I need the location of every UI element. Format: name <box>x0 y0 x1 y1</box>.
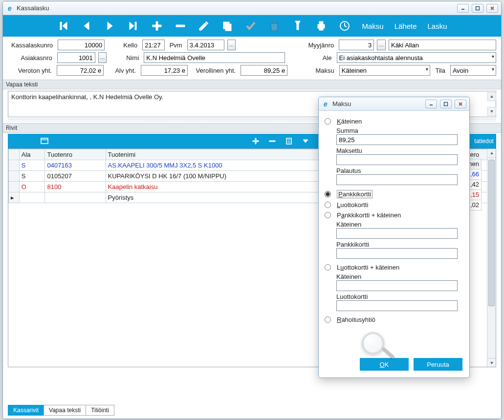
lk-kateinen-input[interactable] <box>336 280 458 291</box>
rows-window-icon[interactable] <box>41 137 48 145</box>
app-icon: e <box>6 4 14 12</box>
titlebar: e Kassalasku <box>3 1 501 15</box>
radio-rahoitusyhtio[interactable] <box>325 316 331 323</box>
maksettu-input[interactable] <box>336 154 458 165</box>
ok-button[interactable]: OK <box>360 358 409 371</box>
asiakasnro-label: Asiakasnro <box>8 54 54 62</box>
main-toolbar: Maksu Lähete Lasku <box>3 15 501 37</box>
rows-remove-icon[interactable] <box>268 137 276 145</box>
table-scrollbar[interactable] <box>487 149 496 367</box>
dialog-close-button[interactable] <box>455 100 466 108</box>
ale-label: Ale <box>304 54 334 62</box>
svg-rect-7 <box>319 21 323 24</box>
lk-kateinen-label: Käteinen <box>336 273 463 280</box>
myyjanro-label: Myyjänro <box>305 42 336 49</box>
rows-add-icon[interactable] <box>252 137 260 145</box>
form-area: Kassalaskunro Kello Pvm … Myyjänro … Asi… <box>3 37 501 80</box>
toolbar-lasku[interactable]: Lasku <box>428 22 447 30</box>
tab-vapaa-teksti[interactable]: Vapaa teksti <box>44 405 86 416</box>
radio-kateinen[interactable] <box>325 118 331 125</box>
copy-icon[interactable] <box>221 20 234 32</box>
tab-kassarivit[interactable]: Kassarivit <box>8 405 44 416</box>
freetext-scroll-up[interactable] <box>487 92 496 101</box>
palautus-input[interactable] <box>336 174 458 185</box>
first-record-icon[interactable] <box>57 20 69 32</box>
kello-input[interactable] <box>142 40 165 50</box>
svg-rect-8 <box>319 27 323 30</box>
asiakasnro-lookup-button[interactable]: … <box>98 52 107 63</box>
side-tab-tatiedot[interactable]: tatiedot <box>474 138 493 145</box>
radio-luottokortti-label[interactable]: Luottokortti <box>337 201 368 209</box>
ale-combo[interactable] <box>337 52 497 63</box>
lk-luottokortti-label: Luottokortti <box>336 293 463 300</box>
toolbar-lahete[interactable]: Lähete <box>394 22 417 30</box>
rows-list-icon[interactable] <box>285 137 293 145</box>
radio-kateinen-label[interactable]: Käteinen <box>337 118 362 125</box>
dialog-title: Maksu <box>332 100 425 107</box>
globe-clock-icon[interactable] <box>338 20 351 32</box>
maximize-button[interactable] <box>472 4 483 13</box>
col-tuotenro[interactable]: Tuotenro <box>45 149 106 160</box>
summa-input[interactable] <box>336 134 458 145</box>
pvm-picker-button[interactable]: … <box>227 40 236 50</box>
maksu-combo[interactable] <box>339 65 430 76</box>
printer-icon[interactable] <box>315 20 328 32</box>
close-button[interactable] <box>486 4 498 13</box>
pk-kateinen-input[interactable] <box>336 228 458 239</box>
myyja-name-input[interactable] <box>389 40 496 50</box>
tab-tiliointi[interactable]: Tiliöinti <box>86 405 114 416</box>
pk-kateinen-label: Käteinen <box>336 221 463 228</box>
dialog-titlebar: e Maksu <box>319 97 469 111</box>
radio-rahoitusyhtio-label[interactable]: Rahoitusyhtiö <box>337 316 375 323</box>
scroll-down-icon[interactable] <box>487 358 496 367</box>
col-tuotenimi[interactable]: Tuotenimi <box>106 149 354 160</box>
last-record-icon[interactable] <box>127 20 140 32</box>
row-indicator <box>9 160 20 171</box>
flashlight-icon[interactable] <box>291 20 304 32</box>
pvm-input[interactable] <box>187 40 224 50</box>
remove-icon[interactable] <box>174 20 187 32</box>
maksu-label: Maksu <box>306 67 336 74</box>
tila-combo[interactable] <box>450 65 496 76</box>
svg-rect-10 <box>41 138 48 144</box>
myyjanro-lookup-button[interactable]: … <box>377 40 386 50</box>
dialog-minimize-button[interactable] <box>425 100 437 108</box>
maksu-dialog: e Maksu Käteinen Summa Maksettu Palautus… <box>318 97 470 378</box>
pk-pankkikortti-input[interactable] <box>336 248 458 259</box>
prev-record-icon[interactable] <box>80 20 93 32</box>
trash-icon[interactable] <box>268 20 281 32</box>
edit-icon[interactable] <box>197 20 210 32</box>
radio-pankkikortti-kateinen-label[interactable]: Pankkikortti + käteinen <box>337 211 401 219</box>
freetext-scroll-down[interactable] <box>487 107 496 116</box>
svg-rect-1 <box>476 6 480 10</box>
radio-luottokortti-kateinen[interactable] <box>325 264 331 271</box>
radio-luottokortti[interactable] <box>325 202 331 208</box>
svg-rect-18 <box>444 102 448 105</box>
add-icon[interactable] <box>151 20 163 32</box>
radio-pankkikortti[interactable] <box>325 191 331 197</box>
free-text-content: Konttorin kaapelihankinnat, , K.N Hedelm… <box>11 93 163 101</box>
dialog-body: Käteinen Summa Maksettu Palautus Pankkik… <box>319 111 469 329</box>
radio-pankkikortti-kateinen[interactable] <box>325 212 331 218</box>
toolbar-maksu[interactable]: Maksu <box>362 22 383 30</box>
scroll-thumb[interactable] <box>488 160 495 306</box>
myyjanro-input[interactable] <box>339 40 374 50</box>
confirm-icon[interactable] <box>244 20 257 32</box>
kassalaskunro-input[interactable] <box>58 40 105 50</box>
summa-label: Summa <box>336 127 463 134</box>
col-ala[interactable]: Ala <box>19 149 45 160</box>
radio-pankkikortti-label[interactable]: Pankkikortti <box>337 190 373 198</box>
asiakasnro-input[interactable] <box>57 52 95 63</box>
radio-luottokortti-kateinen-label[interactable]: Luottokortti + käteinen <box>337 264 399 271</box>
svg-rect-12 <box>269 141 275 142</box>
dialog-maximize-button[interactable] <box>440 100 452 108</box>
rows-down-icon[interactable] <box>302 137 309 145</box>
veroton-label: Veroton yht. <box>8 67 54 74</box>
lk-luottokortti-input[interactable] <box>336 300 458 311</box>
next-record-icon[interactable] <box>104 20 116 32</box>
peruuta-button[interactable]: Peruuta <box>414 358 462 371</box>
tila-label: Tila <box>433 67 447 74</box>
minimize-button[interactable] <box>457 4 469 13</box>
nimi-input[interactable] <box>144 52 285 63</box>
scroll-up-icon[interactable] <box>487 149 496 158</box>
